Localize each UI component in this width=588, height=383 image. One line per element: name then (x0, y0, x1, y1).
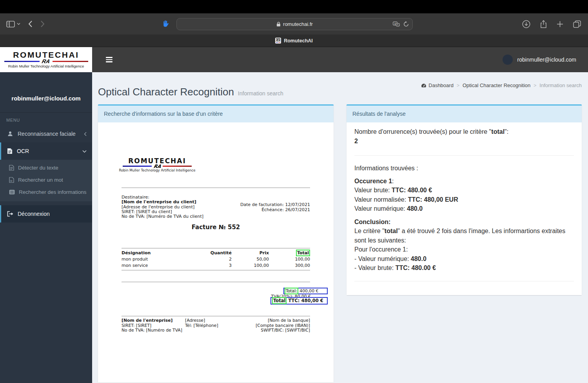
sidebar-logo[interactable]: ROMUTECHAI RA Robin Muller Technology Ar… (0, 47, 92, 72)
conclusion-bullet: - Valeur numérique: 480.0 (354, 254, 574, 264)
sidebar-subitem-rechercher-des-informations[interactable]: Rechercher des informations (0, 186, 92, 198)
lock-icon (276, 22, 281, 27)
page-title: Optical Character Recognition (98, 86, 234, 98)
brand-underline: RA (4, 60, 88, 63)
sidebar: ROMUTECHAI RA Robin Muller Technology Ar… (0, 47, 92, 383)
sidebar-item-label: Déconnexion (18, 211, 50, 217)
sidebar-toggle-icon[interactable] (6, 21, 15, 27)
breadcrumb-section[interactable]: Optical Character Recognition (463, 82, 530, 88)
screen: romutechai.fr A (0, 0, 588, 383)
value-row: Valeur normalisée: TTC: 480,00 EUR (354, 195, 574, 204)
avatar (503, 55, 513, 65)
svg-text:w: w (10, 179, 13, 182)
sidebar-dropdown-chevron-icon[interactable] (17, 23, 20, 25)
info-heading: Informations trouvées : (354, 164, 574, 173)
ocr-highlight-total: Total (272, 297, 287, 304)
value-row: Valeur numérique: 480.0 (354, 204, 574, 213)
sidebar-item-ocr[interactable]: OCR (0, 142, 92, 160)
back-button[interactable] (28, 20, 33, 27)
conclusion-heading: Conclusion: (354, 217, 574, 227)
url-text: romutechai.fr (283, 21, 313, 27)
results-divider (354, 155, 574, 156)
sidebar-menu-label: MENU (0, 113, 92, 125)
invoice-dates: Date de facturation: 12/07/2021 Échéance… (240, 202, 310, 212)
right-panel-title: Résultats de l'analyse (347, 106, 582, 122)
document-icon (7, 148, 13, 154)
invoice-table: Désignation Quantité Prix Total mon prod… (122, 248, 310, 270)
invoice-recipient: Destinataire: [Nom de l'entreprise du cl… (122, 195, 203, 219)
chevron-left-icon (84, 132, 87, 136)
tachometer-icon (421, 83, 426, 88)
search-criteria-panel: Recherche d'informations sur la base d'u… (98, 104, 334, 383)
invoice-divider (122, 188, 310, 188)
sign-out-icon (7, 211, 13, 217)
tab-favicon: RA (275, 38, 281, 44)
downloads-icon[interactable] (522, 20, 530, 28)
left-panel-title: Recherche d'informations sur la base d'u… (98, 106, 334, 122)
analysis-results-panel: Résultats de l'analyse Nombre d'orrurenc… (347, 104, 582, 295)
app-header: robinmuller@icloud.com (92, 47, 588, 72)
browser-toolbar: romutechai.fr A (0, 13, 588, 35)
sidebar-item-label: OCR (17, 148, 29, 154)
person-icon (7, 131, 13, 137)
breadcrumb-dashboard[interactable]: Dashboard (421, 82, 454, 88)
conclusion-paragraph: Le critère "total" a été trouvé 2 fois d… (354, 226, 574, 245)
conclusion-bullet: - Valeur brute: TTC: 480.00 € (354, 263, 574, 273)
conclusion-line: Pour l'occurence 1: (354, 245, 574, 254)
invoice-image: ROMUTECHAI RA Robin Muller Technology Ar… (98, 122, 334, 383)
breadcrumb-current: Information search (539, 82, 582, 88)
sidebar-subitem-label: Rechercher des informations (19, 189, 87, 195)
content-blocker-hand-icon[interactable] (161, 20, 169, 28)
sidebar-user-email: robinmuller@icloud.com (0, 95, 92, 102)
header-user-email: robinmuller@icloud.com (517, 57, 576, 63)
reload-icon[interactable] (403, 21, 409, 27)
file-word-icon: w (9, 177, 14, 183)
invoice-logo: ROMUTECHAI RA Robin Muller Technology Ar… (122, 158, 193, 172)
chevron-down-icon (82, 150, 87, 153)
header-user-menu[interactable]: robinmuller@icloud.com (503, 55, 576, 65)
file-text-icon (9, 165, 14, 171)
list-icon (9, 190, 15, 195)
occurrence-title: Occurence 1: (354, 177, 574, 186)
ocr-detection-box-total: Total: 400,00 € (283, 288, 328, 294)
content: Dashboard > Optical Character Recognitio… (92, 72, 588, 383)
occurrence-count-value: 2 (354, 137, 574, 146)
tab-bar: RA RomutechAI (0, 35, 588, 47)
breadcrumb-separator: > (457, 83, 459, 88)
sidebar-subitem-detecter-du-texte[interactable]: Détecter du texte (0, 162, 92, 174)
share-icon[interactable] (540, 20, 547, 28)
ocr-highlight-total-header: Total (296, 250, 310, 256)
occurrence-count-line: Nombre d'orrurence(s) trouvée(s) pour le… (354, 127, 574, 137)
sidebar-ocr-submenu: Détecter du texte w Rechercher un mot Re… (0, 160, 92, 201)
main-area: robinmuller@icloud.com Dashboard > Optic… (92, 47, 588, 383)
sidebar-item-label: Reconnaissance faciale (18, 131, 76, 137)
value-row: Valeur brute: TTC: 480.00 € (354, 186, 574, 195)
page-subtitle: Information search (238, 90, 283, 97)
sidebar-subitem-label: Rechercher un mot (18, 177, 63, 183)
breadcrumb-separator: > (534, 83, 536, 88)
invoice-title: Facture № 552 (98, 224, 334, 231)
tab-overview-icon[interactable] (573, 20, 581, 28)
brand-mark: RA (42, 60, 51, 64)
sidebar-subitem-label: Détecter du texte (18, 165, 58, 171)
sidebar-subitem-rechercher-un-mot[interactable]: w Rechercher un mot (0, 174, 92, 186)
ocr-highlight-total: Total: (285, 288, 298, 294)
brand-tagline: Robin Muller Technology Artificial Intel… (8, 64, 84, 68)
analysis-results-body: Nombre d'orrurence(s) trouvée(s) pour le… (347, 122, 582, 295)
translate-icon[interactable]: A (393, 22, 400, 27)
macos-menubar (0, 0, 588, 13)
sidebar-item-reconnaissance-faciale[interactable]: Reconnaissance faciale (0, 125, 92, 142)
active-tab[interactable]: RomutechAI (284, 38, 313, 44)
table-row: mon service 3 100,00 300,00 (122, 263, 310, 269)
table-row: mon produit 2 50,00 100,00 (122, 256, 310, 263)
url-bar[interactable]: romutechai.fr A (176, 18, 413, 30)
ocr-detection-box-total-ttc: Total TTC: 480,00 € (270, 297, 328, 305)
forward-button[interactable] (40, 20, 45, 27)
sidebar-item-deconnexion[interactable]: Déconnexion (0, 205, 92, 223)
invoice-footer: [Nom de l'entreprise] SIRET: [SIRET] No … (122, 316, 310, 333)
hamburger-menu-icon[interactable] (106, 57, 113, 62)
invoice-divider (122, 282, 310, 282)
new-tab-icon[interactable] (557, 21, 563, 27)
breadcrumb: Dashboard > Optical Character Recognitio… (421, 82, 582, 88)
results-divider (354, 281, 574, 281)
